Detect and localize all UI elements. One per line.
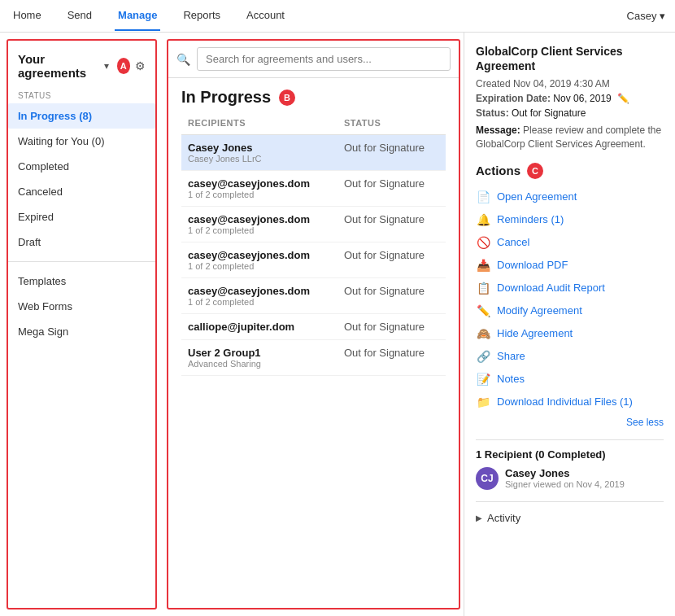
inprogress-panel: In Progress B RECIPIENTS STATUS Casey Jo… — [168, 78, 459, 608]
action-label: Cancel — [497, 236, 529, 248]
action-label: Download Individual Files (1) — [497, 395, 633, 408]
edit-expiration-icon[interactable]: ✏️ — [617, 93, 629, 104]
recipient-details: Casey Jones Signer viewed on Nov 4, 2019 — [505, 467, 625, 489]
action-label: Hide Agreement — [497, 327, 573, 339]
inprogress-title: In Progress — [181, 88, 271, 107]
sidebar: Your agreements ▾ A ⚙ STATUS In Progress… — [7, 39, 157, 609]
action-item[interactable]: 🙈 Hide Agreement — [476, 322, 664, 345]
search-input[interactable] — [197, 47, 451, 71]
sidebar-divider — [8, 261, 155, 262]
sidebar-item-webforms[interactable]: Web Forms — [8, 294, 155, 319]
action-icon: 📄 — [476, 190, 490, 203]
recipient-section: 1 Recipient (0 Completed) CJ Casey Jones… — [476, 439, 664, 490]
filter-icon[interactable]: ⚙ — [135, 59, 146, 72]
action-item[interactable]: 📥 Download PDF — [476, 254, 664, 277]
see-less-button[interactable]: See less — [476, 417, 664, 428]
activity-row[interactable]: ▶ Activity — [476, 509, 664, 527]
action-item[interactable]: 📝 Notes — [476, 368, 664, 391]
sidebar-item-waiting[interactable]: Waiting for You (0) — [8, 129, 155, 154]
sidebar-item-canceled[interactable]: Canceled — [8, 179, 155, 204]
action-item[interactable]: 📄 Open Agreement — [476, 186, 664, 208]
table-row[interactable]: casey@caseyjones.dom 1 of 2 completed Ou… — [181, 278, 446, 314]
action-icon: 📥 — [476, 259, 490, 272]
nav-manage[interactable]: Manage — [115, 1, 160, 31]
action-icon: ✏️ — [476, 304, 490, 317]
activity-label: Activity — [487, 512, 520, 524]
nav-send[interactable]: Send — [64, 1, 95, 31]
table-row[interactable]: calliope@jupiter.dom Out for Signature — [181, 314, 446, 340]
agreement-message: Message: Please review and complete the … — [476, 124, 664, 151]
action-item[interactable]: 🚫 Cancel — [476, 231, 664, 254]
action-icon: 📝 — [476, 373, 490, 386]
action-item[interactable]: 📋 Download Audit Report — [476, 277, 664, 299]
sidebar-item-megasign[interactable]: Mega Sign — [8, 319, 155, 344]
sidebar-item-draft[interactable]: Draft — [8, 229, 155, 255]
sidebar-item-completed[interactable]: Completed — [8, 154, 155, 179]
recipient-name-cell: calliope@jupiter.dom — [188, 321, 331, 333]
expiration-value: Nov 06, 2019 — [553, 93, 611, 104]
action-icon: 📋 — [476, 282, 490, 295]
recipient-sub-cell: 1 of 2 completed — [188, 261, 331, 271]
recipient-sub-cell: 1 of 2 completed — [188, 225, 331, 235]
action-icon: 🚫 — [476, 236, 490, 249]
sidebar-title: Your agreements — [18, 52, 99, 80]
recipient-name: Casey Jones — [505, 467, 625, 479]
table-row[interactable]: casey@caseyjones.dom 1 of 2 completed Ou… — [181, 171, 446, 207]
recipient-sub: Signer viewed on Nov 4, 2019 — [505, 479, 625, 489]
recipients-table: RECIPIENTS STATUS Casey Jones Casey Jone… — [181, 115, 446, 376]
recipient-sub-cell: 1 of 2 completed — [188, 190, 331, 199]
status-section-label: STATUS — [8, 85, 155, 103]
main-layout: Your agreements ▾ A ⚙ STATUS In Progress… — [0, 33, 675, 616]
sidebar-item-expired[interactable]: Expired — [8, 204, 155, 229]
activity-section: ▶ Activity — [476, 501, 664, 527]
search-icon: 🔍 — [176, 53, 190, 66]
agreement-title: GlobalCorp Client Services Agreement — [476, 44, 664, 73]
nav-home[interactable]: Home — [10, 1, 45, 31]
table-row[interactable]: Casey Jones Casey Jones LLrC Out for Sig… — [181, 135, 446, 171]
status-cell: Out for Signature — [344, 142, 425, 154]
recipient-name-cell: Casey Jones — [188, 142, 331, 154]
action-icon: 🙈 — [476, 327, 490, 340]
actions-title: Actions — [476, 164, 520, 177]
actions-header-row: Actions C — [476, 163, 664, 179]
table-row[interactable]: casey@caseyjones.dom 1 of 2 completed Ou… — [181, 242, 446, 278]
recipient-name-cell: casey@caseyjones.dom — [188, 213, 331, 225]
table-row[interactable]: casey@caseyjones.dom 1 of 2 completed Ou… — [181, 207, 446, 242]
actions-list: 📄 Open Agreement 🔔 Reminders (1) 🚫 Cance… — [476, 186, 664, 413]
inprogress-title-row: In Progress B — [181, 88, 446, 107]
right-panel: GlobalCorp Client Services Agreement Cre… — [464, 33, 675, 616]
action-icon: 📁 — [476, 395, 490, 408]
status-value-text: Out for Signature — [512, 107, 586, 119]
status-cell: Out for Signature — [344, 213, 425, 225]
table-row[interactable]: User 2 Group1 Advanced Sharing Out for S… — [181, 340, 446, 376]
nav-reports[interactable]: Reports — [180, 1, 224, 31]
action-label: Download Audit Report — [497, 282, 605, 294]
center-panel: 🔍 In Progress B RECIPIENTS STATUS Casey … — [167, 39, 460, 609]
action-label: Notes — [497, 373, 525, 385]
action-icon: 🔔 — [476, 213, 490, 226]
nav-user[interactable]: Casey ▾ — [627, 10, 665, 22]
status-cell: Out for Signature — [344, 347, 425, 359]
action-item[interactable]: ✏️ Modify Agreement — [476, 299, 664, 322]
sidebar-item-inprogress[interactable]: In Progress (8) — [8, 103, 155, 129]
agreement-status: Status: Out for Signature — [476, 107, 664, 119]
sidebar-header[interactable]: Your agreements ▾ A ⚙ — [8, 47, 155, 85]
message-label: Message: — [476, 125, 520, 136]
recipient-name-cell: casey@caseyjones.dom — [188, 285, 331, 297]
nav-account[interactable]: Account — [243, 1, 288, 31]
col-status: STATUS — [338, 115, 446, 135]
action-label: Reminders (1) — [497, 213, 564, 225]
sidebar-item-templates[interactable]: Templates — [8, 269, 155, 294]
recipient-sub-cell: 1 of 2 completed — [188, 297, 331, 307]
recipient-sub-cell: Casey Jones LLrC — [188, 154, 331, 164]
top-nav: Home Send Manage Reports Account Casey ▾ — [0, 0, 675, 33]
recipient-name-cell: casey@caseyjones.dom — [188, 249, 331, 261]
recipient-name-cell: casey@caseyjones.dom — [188, 177, 331, 190]
action-item[interactable]: 📁 Download Individual Files (1) — [476, 391, 664, 413]
action-label: Download PDF — [497, 259, 568, 271]
action-label: Modify Agreement — [497, 304, 582, 317]
agreement-created: Created Nov 04, 2019 4:30 AM — [476, 78, 664, 90]
action-item[interactable]: 🔗 Share — [476, 345, 664, 368]
action-icon: 🔗 — [476, 350, 490, 363]
action-item[interactable]: 🔔 Reminders (1) — [476, 208, 664, 231]
